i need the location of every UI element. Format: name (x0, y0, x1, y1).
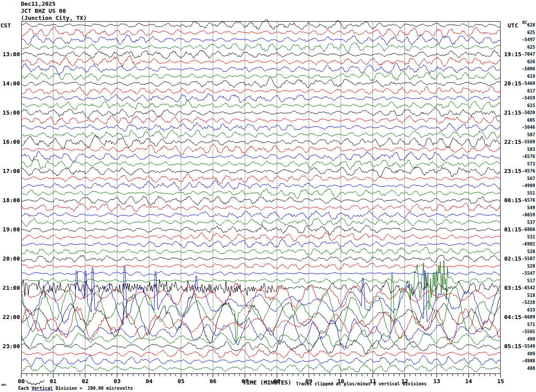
trace-row-30 (21, 239, 501, 248)
trace-row-7 (21, 70, 501, 81)
trace-row-20 (21, 167, 501, 177)
dc-offset-value: -4988 (517, 358, 535, 364)
dc-offset-value: 537 (517, 220, 535, 225)
clipping-note: Traces clipped at plus/minus 5 vertical … (296, 381, 427, 386)
trace-row-0 (21, 19, 501, 30)
cst-hour-label: 22:00 (0, 314, 20, 321)
cst-hour-label: 15:00 (0, 109, 20, 116)
helicorder-page: Dec11,2025 JCT BHZ US 00 (Junction City,… (0, 0, 536, 392)
dc-offset-value: -6866 (517, 227, 535, 232)
dc-offset-value: -5228 (517, 300, 535, 305)
cst-hour-label: 21:00 (0, 284, 20, 292)
dc-offset-value: 617 (517, 88, 535, 94)
x-tick-label: 06 (206, 378, 220, 384)
dc-offset-value: 528 (517, 249, 535, 254)
trace-row-1 (21, 27, 501, 37)
dc-offset-value: -6689 (517, 315, 535, 320)
dc-offset-value: -5549 (517, 344, 535, 349)
trace-row-11 (21, 100, 501, 110)
dc-offset-value: -6982 (517, 242, 535, 247)
cst-hour-label: 23:00 (0, 343, 20, 350)
dc-offset-value: 531 (517, 234, 535, 240)
trace-row-12 (21, 108, 501, 119)
dc-offset-value: -4576 (517, 169, 535, 174)
trace-row-9 (21, 86, 501, 96)
cst-hour-label: 14:00 (0, 80, 20, 87)
x-axis-title: TIME (MINUTES) (232, 379, 303, 386)
cst-hour-label: 13:00 (0, 51, 20, 58)
dc-offset-value: 605 (517, 118, 535, 123)
cst-hour-label: 19:00 (0, 226, 20, 233)
trace-row-8 (21, 77, 501, 88)
trace-row-21 (21, 173, 501, 184)
trace-row-31 (21, 247, 501, 255)
dc-offset-value: -6576 (517, 154, 535, 159)
trace-row-4 (21, 50, 501, 59)
dc-offset-value: -5497 (517, 37, 535, 42)
trace-row-27 (21, 218, 501, 226)
trace-row-16 (21, 135, 501, 150)
dc-offset-value: -5020 (517, 110, 535, 115)
trace-row-45 (21, 349, 501, 358)
dc-offset-value: -7047 (517, 52, 535, 57)
trace-row-13 (21, 115, 501, 125)
dc-offset-value: 520 (517, 264, 535, 269)
dc-offset-value: -6659 (517, 212, 535, 218)
vertical-division-note-underlined: Vertical (31, 386, 53, 391)
dc-offset-value: -5646 (517, 125, 535, 130)
mini-waveform-glyph (1, 383, 7, 387)
dc-offset-value: -6576 (517, 198, 535, 203)
vertical-division-note-pre: Each (18, 386, 31, 391)
dc-offset-value: 571 (517, 322, 535, 327)
dc-offset-value: -4989 (517, 183, 535, 188)
cst-hour-label: 16:00 (0, 138, 20, 146)
trace-row-47 (21, 364, 501, 373)
dc-offset-value: 615 (517, 103, 535, 108)
dc-offset-value: 628 (517, 23, 535, 28)
x-tick-label: 15 (493, 378, 508, 384)
trace-row-10 (21, 93, 501, 102)
dc-offset-value: 573 (517, 161, 535, 167)
dc-offset-value: 587 (517, 132, 535, 138)
trace-row-18 (21, 151, 501, 161)
dc-offset-value: 625 (517, 45, 535, 50)
dc-offset-value: -5006 (517, 66, 535, 72)
dc-offset-value: 489 (517, 351, 535, 357)
trace-row-3 (21, 42, 501, 53)
x-tick-label: 05 (174, 378, 188, 384)
trace-row-17 (21, 145, 501, 155)
dc-offset-value: 619 (517, 74, 535, 79)
dc-offset-value: 499 (517, 337, 535, 342)
trace-row-32 (21, 255, 501, 263)
x-tick-label: 14 (462, 378, 476, 384)
seismogram-plot (0, 0, 536, 392)
dc-offset-value: -5547 (517, 271, 535, 276)
trace-row-29 (21, 232, 501, 242)
dc-offset-value: -5569 (517, 139, 535, 145)
trace-row-28 (21, 225, 501, 235)
dc-offset-value: 626 (517, 59, 535, 65)
cst-hour-label: 20:00 (0, 255, 20, 262)
dc-offset-value: 633 (517, 307, 535, 313)
dc-offset-value: 517 (517, 278, 535, 284)
dc-offset-value: 583 (517, 147, 535, 152)
dc-offset-value: -5507 (517, 256, 535, 261)
dc-offset-value: 567 (517, 176, 535, 181)
x-tick-label: 13 (430, 378, 444, 384)
trace-row-19 (21, 158, 501, 169)
trace-row-14 (21, 123, 501, 131)
trace-row-24 (21, 196, 501, 206)
cst-hour-label: 18:00 (0, 197, 20, 204)
trace-row-25 (21, 204, 501, 212)
dc-offset-value: 549 (517, 205, 535, 211)
dc-offset-value: 488 (517, 366, 535, 371)
dc-offset-value: -5459 (517, 96, 535, 101)
vertical-division-note: Each Vertical Division = 200.00 microvol… (8, 381, 133, 392)
x-tick-label: 04 (142, 378, 156, 384)
cst-hour-label: 17:00 (0, 168, 20, 175)
dc-offset-value: -5469 (517, 81, 535, 86)
trace-row-2 (21, 35, 501, 45)
dc-offset-value: -5565 (517, 329, 535, 334)
trace-row-41 (21, 307, 501, 344)
dc-offset-value: 518 (517, 293, 535, 298)
